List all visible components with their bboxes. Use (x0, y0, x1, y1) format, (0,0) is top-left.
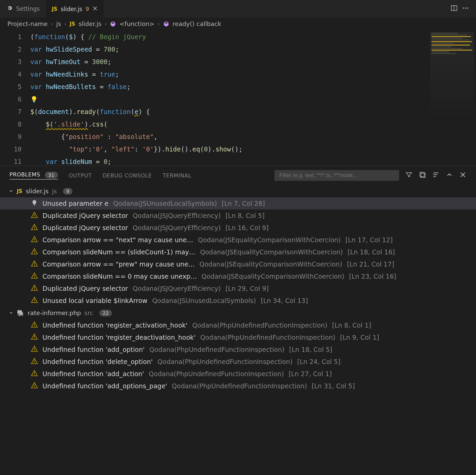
line-number: 6 (0, 93, 22, 106)
problem-source: Qodana(JSEqualityComparisonWithCoercion) (202, 273, 345, 280)
problem-item[interactable]: Comparison slideNum == (slideCount-1) ma… (0, 246, 476, 258)
collapse-all-icon[interactable] (419, 171, 426, 180)
split-editor-icon[interactable] (450, 4, 458, 13)
problem-item[interactable]: Unused parameter eQodana(JSUnusedLocalSy… (0, 197, 476, 209)
problem-item[interactable]: Comparison slideNum == 0 may cause unexp… (0, 270, 476, 282)
code-editor[interactable]: 12345678910111213 (function($) { // Begi… (0, 31, 476, 166)
breadcrumb: Project-name › js › JS slider.js › <func… (0, 18, 476, 31)
problems-filter-input[interactable] (274, 170, 399, 181)
tab-terminal[interactable]: TERMINAL (163, 172, 191, 179)
problem-source: Qodana(JSEqualityComparisonWithCoercion) (198, 236, 341, 244)
line-number: 10 (0, 143, 22, 156)
close-icon[interactable] (92, 6, 98, 12)
svg-point-26 (34, 302, 35, 302)
problem-item[interactable]: Undefined function 'add_option'Qodana(Ph… (0, 343, 476, 356)
problem-item[interactable]: Unused local variable $linkArrowQodana(J… (0, 295, 476, 307)
tab-problems[interactable]: PROBLEMS 31 (9, 171, 58, 179)
problem-message: Unused local variable $linkArrow (42, 297, 147, 304)
problem-item[interactable]: Undefined function 'register_activation_… (0, 319, 476, 331)
svg-point-14 (34, 229, 35, 229)
view-as-tree-icon[interactable] (432, 171, 440, 180)
tab-bar: Settings JS slider.js 9 (0, 0, 476, 18)
code-line[interactable]: var slideNum = 0; (30, 156, 476, 166)
php-file-icon: 🐘 (17, 309, 24, 316)
code-line[interactable]: $('.slide').css( (30, 118, 476, 131)
svg-point-4 (467, 7, 468, 8)
code-line[interactable]: "top":'0', "left": '0'}).hide().eq(0).sh… (30, 143, 476, 156)
filter-icon[interactable] (405, 171, 413, 180)
problem-item[interactable]: Undefined function 'add_action'Qodana(Ph… (0, 368, 476, 380)
line-number: 8 (0, 118, 22, 131)
breadcrumb-segment[interactable]: js (56, 20, 61, 27)
problem-location: [Ln 29, Col 9] (226, 285, 269, 292)
problem-location: [Ln 21, Col 17] (347, 260, 394, 268)
chevron-up-icon[interactable] (446, 171, 453, 180)
code-line[interactable]: var hwSlideSpeed = 700; (30, 43, 476, 56)
tab-label: Settings (16, 5, 40, 12)
svg-point-22 (34, 277, 35, 278)
tab-settings[interactable]: Settings (0, 0, 46, 18)
problem-source: Qodana(PhpUndefinedFunctionInspection) (149, 370, 284, 378)
problem-item[interactable]: Duplicated jQuery selectorQodana(JSJQuer… (0, 209, 476, 222)
problem-message: Comparison slideNum == 0 may cause unexp… (42, 273, 197, 280)
problem-location: [Ln 9, Col 1] (340, 334, 379, 341)
problem-location: [Ln 34, Col 13] (261, 297, 308, 304)
file-name: rate-informer.php (28, 309, 81, 316)
chevron-right-icon: › (105, 21, 107, 27)
problem-location: [Ln 16, Col 9] (226, 224, 269, 231)
svg-point-36 (34, 375, 35, 375)
problem-location: [Ln 23, Col 16] (349, 273, 396, 280)
problem-item[interactable]: Comparison arrow == "prew" may cause une… (0, 258, 476, 270)
breadcrumb-segment[interactable]: slider.js (79, 20, 101, 27)
panel-tabs: PROBLEMS 31 OUTPUT DEBUG CONSOLE TERMINA… (0, 166, 476, 185)
code-line[interactable]: (function($) { // Begin jQuery (30, 31, 476, 43)
panel: PROBLEMS 31 OUTPUT DEBUG CONSOLE TERMINA… (0, 166, 476, 475)
code-line[interactable]: var hwNeedBullets = false; (30, 81, 476, 93)
problem-item[interactable]: Duplicated jQuery selectorQodana(JSJQuer… (0, 282, 476, 295)
code-line[interactable]: 💡 (30, 93, 476, 106)
problem-item[interactable]: Undefined function 'register_deactivatio… (0, 331, 476, 343)
code-line[interactable]: var hwTimeOut = 3000; (30, 56, 476, 68)
breadcrumb-segment[interactable]: <function> (119, 20, 154, 27)
breadcrumb-segment[interactable]: Project-name (7, 20, 48, 27)
tab-output[interactable]: OUTPUT (69, 172, 92, 179)
group-count-badge: 22 (99, 310, 112, 316)
js-file-icon: JS (70, 21, 75, 27)
chevron-right-icon: › (158, 21, 160, 27)
line-number: 4 (0, 68, 22, 81)
problem-message: Duplicated jQuery selector (42, 285, 128, 292)
more-icon[interactable] (462, 4, 469, 13)
code-line[interactable]: $(document).ready(function(e) { (30, 106, 476, 118)
problems-count-badge: 31 (45, 172, 58, 178)
problems-list: JSslider.jsjs9Unused parameter eQodana(J… (0, 185, 476, 475)
code-line[interactable]: var hwNeedLinks = true; (30, 68, 476, 81)
minimap[interactable] (430, 32, 474, 120)
tab-debug-console[interactable]: DEBUG CONSOLE (102, 172, 152, 179)
line-number: 1 (0, 31, 22, 43)
problem-message: Unused parameter e (42, 200, 109, 207)
code-line[interactable]: {"position" : "absolute", (30, 131, 476, 143)
problem-message: Undefined function 'add_options_page' (42, 382, 167, 390)
warning-icon (31, 248, 38, 256)
svg-rect-10 (34, 205, 35, 205)
svg-point-24 (34, 289, 35, 290)
problem-file-group[interactable]: 🐘rate-informer.phpsrc22 (0, 307, 476, 319)
svg-point-38 (34, 387, 35, 388)
breadcrumb-segment[interactable]: ready() callback (173, 20, 221, 27)
problem-location: [Ln 8, Col 5] (226, 212, 265, 219)
problem-item[interactable]: Undefined function 'add_options_page'Qod… (0, 380, 476, 392)
problem-source: Qodana(JSUnusedLocalSymbols) (152, 297, 256, 304)
problem-item[interactable]: Undefined function 'delete_option'Qodana… (0, 356, 476, 368)
group-count-badge: 9 (63, 188, 73, 195)
close-panel-icon[interactable] (459, 171, 467, 180)
problem-file-group[interactable]: JSslider.jsjs9 (0, 185, 476, 197)
problem-source: Qodana(JSEqualityComparisonWithCoercion) (200, 248, 343, 256)
problem-message: Undefined function 'register_activation_… (42, 322, 187, 329)
problem-item[interactable]: Comparison arrow == "next" may cause une… (0, 234, 476, 246)
svg-point-3 (465, 7, 466, 8)
tab-slider-js[interactable]: JS slider.js 9 (46, 0, 104, 18)
code-content[interactable]: (function($) { // Begin jQueryvar hwSlid… (30, 31, 476, 166)
line-gutter: 12345678910111213 (0, 31, 30, 166)
svg-point-30 (34, 338, 35, 339)
problem-item[interactable]: Duplicated jQuery selectorQodana(JSJQuer… (0, 222, 476, 234)
